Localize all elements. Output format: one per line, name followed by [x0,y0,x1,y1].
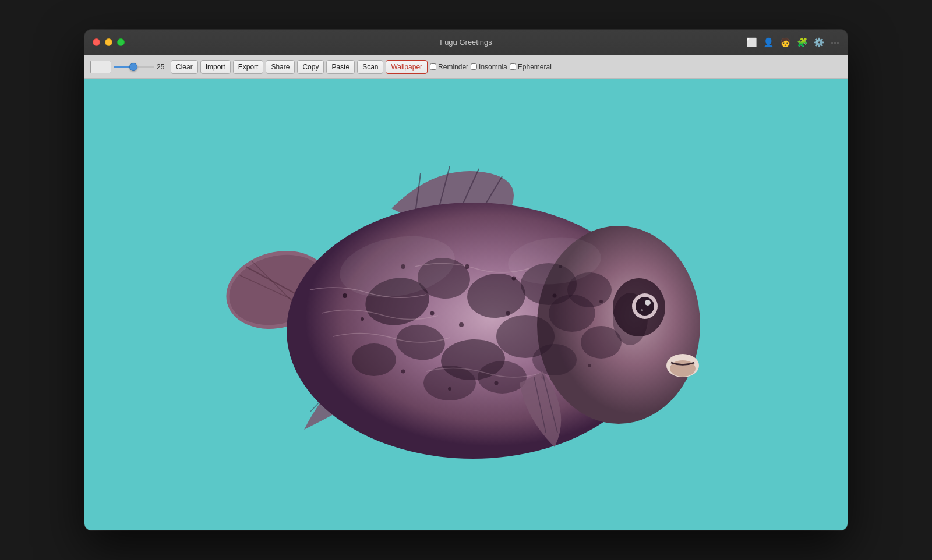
canvas-area[interactable] [84,79,848,530]
app-window: Fugu Greetings ⬜ 👤 🧑 🧩 ⚙️ ⋯ 25 Clear Imp… [84,30,848,530]
extension-icon[interactable]: 🧩 [797,37,808,48]
svg-point-25 [532,344,577,375]
svg-point-22 [352,343,396,376]
insomnia-checkbox[interactable] [471,63,477,70]
toolbar: 25 Clear Import Export Share Copy Paste … [84,55,848,79]
svg-point-33 [465,264,469,269]
svg-point-44 [588,364,591,367]
ephemeral-checkbox[interactable] [510,63,516,70]
traffic-lights [93,38,125,46]
svg-point-34 [512,277,516,281]
reminder-label: Reminder [438,63,468,71]
reminder-checkbox-label[interactable]: Reminder [430,63,468,71]
svg-point-23 [423,366,476,400]
minimize-button[interactable] [105,38,112,46]
share-button[interactable]: Share [266,60,295,74]
reminder-checkbox[interactable] [430,63,436,70]
window-title: Fugu Greetings [440,38,492,47]
user-icon[interactable]: 🧑 [780,37,791,48]
maximize-button[interactable] [117,38,125,46]
svg-point-29 [343,293,347,298]
slider-container: 25 [114,63,168,71]
brush-size-slider[interactable] [114,66,154,68]
svg-point-41 [448,387,451,391]
titlebar: Fugu Greetings ⬜ 👤 🧑 🧩 ⚙️ ⋯ [84,30,848,55]
import-button[interactable]: Import [200,60,231,74]
ephemeral-label: Ephemeral [518,63,552,71]
more-icon[interactable]: ⋯ [831,37,839,48]
svg-point-36 [459,322,464,327]
slider-value: 25 [157,63,168,71]
close-button[interactable] [93,38,100,46]
wallpaper-button[interactable]: Wallpaper [386,60,428,74]
color-swatch[interactable] [90,61,111,73]
svg-point-30 [361,317,364,321]
new-document-icon[interactable]: ⬜ [746,37,757,48]
fish-image [193,115,718,494]
titlebar-icons: ⬜ 👤 🧑 🧩 ⚙️ ⋯ [746,37,839,48]
svg-point-40 [401,370,405,374]
copy-button[interactable]: Copy [297,60,324,74]
svg-point-47 [636,297,654,316]
fish-scene [84,79,848,530]
svg-point-42 [495,381,499,385]
svg-point-39 [599,300,603,303]
svg-point-48 [645,300,651,306]
ephemeral-checkbox-label[interactable]: Ephemeral [510,63,552,71]
scan-button[interactable]: Scan [357,60,383,74]
insomnia-checkbox-label[interactable]: Insomnia [471,63,507,71]
svg-point-49 [641,309,643,311]
svg-point-32 [430,311,435,316]
svg-point-38 [553,294,557,298]
settings-icon[interactable]: ⚙️ [814,37,825,48]
paste-button[interactable]: Paste [326,60,355,74]
svg-point-37 [506,311,510,316]
clear-button[interactable]: Clear [171,60,198,74]
profile-icon[interactable]: 👤 [763,37,774,48]
insomnia-label: Insomnia [479,63,507,71]
export-button[interactable]: Export [233,60,264,74]
